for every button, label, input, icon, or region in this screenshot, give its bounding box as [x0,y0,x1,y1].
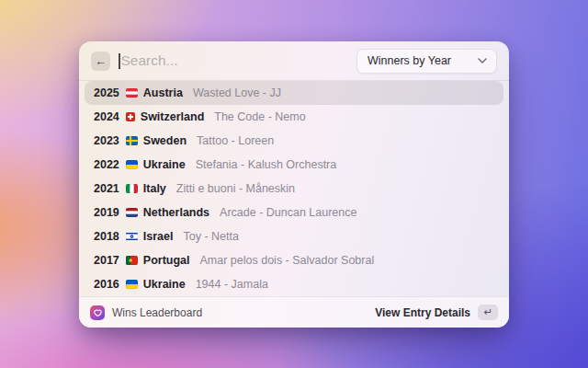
result-row[interactable]: 2023 Sweden Tattoo - Loreen [85,129,503,153]
chevron-down-icon [478,58,487,63]
entry-year: 2022 [94,158,119,171]
search-header: ← Winners by Year [79,41,509,81]
return-key-icon: ↵ [478,305,498,320]
entry-year: 2024 [94,110,119,123]
entry-song-artist: Zitti e buoni - Måneskin [176,182,295,195]
ukraine-flag-icon [126,280,138,289]
entry-country: Ukraine [143,158,186,171]
entry-country: Israel [143,230,174,243]
entry-song-artist: 1944 - Jamala [196,278,268,291]
entry-year: 2016 [94,278,119,291]
back-button[interactable]: ← [91,52,110,71]
entry-country: Ukraine [143,278,186,291]
result-row[interactable]: 2016 Ukraine 1944 - Jamala [85,272,503,296]
italy-flag-icon [126,184,138,193]
result-row[interactable]: 2025 Austria Wasted Love - JJ [85,81,503,105]
entry-country: Austria [143,86,183,99]
result-row[interactable]: 2019 Netherlands Arcade - Duncan Laurenc… [85,201,503,224]
entry-song-artist: Amar pelos dois - Salvador Sobral [200,254,375,267]
entry-country: Netherlands [143,206,209,219]
dropdown-selected-value: Winners by Year [368,54,451,67]
entry-song-artist: Arcade - Duncan Laurence [220,206,356,219]
result-row[interactable]: 2018 Israel Toy - Netta [85,224,503,248]
ukraine-flag-icon [126,160,138,169]
israel-flag-icon [126,232,138,241]
footer-app-name: Wins Leaderboard [112,306,202,319]
entry-year: 2018 [94,230,119,243]
entry-year: 2025 [94,86,119,99]
entry-country: Portugal [143,254,190,267]
sweden-flag-icon [126,136,138,145]
switzerland-flag-icon [126,112,135,121]
extension-heart-icon [90,305,105,320]
result-row[interactable]: 2021 Italy Zitti e buoni - Måneskin [85,177,503,201]
entry-year: 2019 [94,206,119,219]
back-arrow-icon: ← [95,55,107,67]
entry-country: Switzerland [141,110,204,123]
entry-year: 2021 [94,182,119,195]
entry-song-artist: The Code - Nemo [214,110,305,123]
entry-year: 2017 [94,254,119,267]
entry-song-artist: Tattoo - Loreen [197,134,274,147]
text-caret [119,53,120,69]
result-row[interactable]: 2022 Ukraine Stefania - Kalush Orchestra [85,153,503,177]
result-row[interactable]: 2024 Switzerland The Code - Nemo [85,105,503,129]
entry-year: 2023 [94,134,119,147]
entry-song-artist: Wasted Love - JJ [193,86,281,99]
mode-dropdown[interactable]: Winners by Year [356,49,497,74]
command-palette-window: ← Winners by Year 2025 Austria Wasted Lo… [79,41,509,328]
desktop-background: ← Winners by Year 2025 Austria Wasted Lo… [0,0,588,368]
entry-country: Sweden [143,134,187,147]
status-bar: Wins Leaderboard View Entry Details ↵ [79,296,509,328]
result-row[interactable]: 2017 Portugal Amar pelos dois - Salvador… [85,248,503,272]
search-input[interactable] [121,52,349,69]
entry-country: Italy [143,182,166,195]
entry-song-artist: Stefania - Kalush Orchestra [196,158,337,171]
primary-action-label[interactable]: View Entry Details [375,306,470,319]
search-field-wrap [119,52,348,69]
austria-flag-icon [126,88,138,98]
portugal-flag-icon [126,256,138,265]
results-list: 2025 Austria Wasted Love - JJ 2024 Switz… [79,81,509,296]
netherlands-flag-icon [126,208,138,217]
entry-song-artist: Toy - Netta [183,230,238,243]
